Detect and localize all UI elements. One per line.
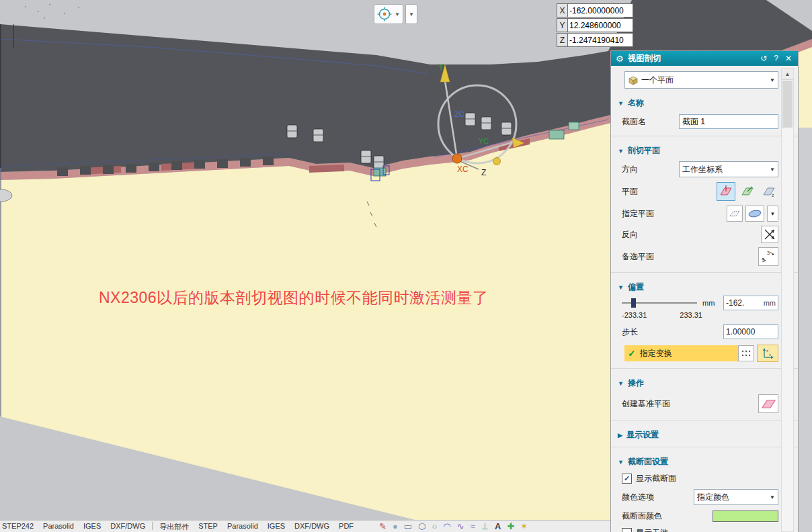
dialog-scrollbar[interactable]: ▲ [781, 68, 794, 532]
specify-transform-label: 指定变换 [640, 348, 672, 359]
divider [611, 272, 798, 273]
star-icon[interactable]: ✶ [520, 522, 528, 531]
section-name-row: 截面名 [611, 114, 798, 130]
plane-method-button[interactable] [745, 206, 764, 222]
text-icon[interactable]: A [495, 522, 501, 531]
check-icon: ✓ [628, 348, 636, 359]
operation-group-header[interactable]: ▼ 操作 [611, 378, 798, 389]
cross-section-group-header[interactable]: ▼ 截断面设置 [611, 456, 798, 468]
point-dialog-button[interactable] [738, 345, 754, 361]
scroll-up-arrow-icon[interactable]: ▲ [782, 69, 793, 80]
specify-plane-label: 指定平面 [622, 208, 654, 220]
coordinate-row-z: Z [557, 33, 633, 47]
plane-dialog-button[interactable] [727, 206, 743, 222]
section-type-dropdown[interactable]: 一个平面 ▼ [624, 71, 778, 89]
x-plane-button[interactable] [717, 182, 735, 201]
csys-dialog-button[interactable]: z x [757, 345, 778, 362]
cycle-planes-icon: 3 2 [760, 249, 776, 264]
bottom-item-parasolid[interactable]: Parasolid [43, 522, 74, 530]
nx-application-window: Y ZC YC XC Z NX2306以后的版本剖切视图的时候不能同时激活测量了… [0, 0, 812, 532]
specify-transform-button[interactable]: ✓ 指定变换 [624, 345, 738, 361]
rectangle-icon[interactable]: ▭ [404, 522, 412, 531]
scrollbar-thumb[interactable] [782, 81, 793, 128]
section-annotation-text: NX2306以后的版本剖切视图的时候不能同时激活测量了 [99, 287, 489, 308]
rotate-handle[interactable] [493, 158, 501, 165]
chevron-down-icon: ▼ [768, 494, 776, 500]
bottom-item-parasolid-2[interactable]: Parasolid [227, 522, 258, 530]
coordinate-row-y: Y [557, 18, 633, 32]
offset-value-field[interactable]: -162. mm [723, 296, 778, 310]
alternate-plane-button[interactable]: 3 2 [758, 247, 778, 266]
bottom-item-iges-2[interactable]: IGES [268, 522, 285, 530]
svg-text:3: 3 [767, 251, 770, 255]
plane-method-dropdown[interactable]: ▼ [767, 206, 778, 222]
check-icon: ✓ [624, 475, 630, 482]
show-cross-section-checkbox[interactable]: ✓ [622, 474, 632, 484]
dialog-title: 视图剖切 [628, 53, 756, 64]
sphere-icon[interactable]: ● [393, 522, 398, 531]
name-group-header[interactable]: ▼ 名称 [611, 97, 798, 109]
dialog-titlebar[interactable]: ⚙ 视图剖切 ↺ ? ✕ [611, 51, 798, 66]
view-toolbar-dropdown-button[interactable]: ▼ [405, 4, 417, 24]
create-datum-label: 创建基准平面 [622, 398, 670, 410]
orbit-tool-button[interactable]: ▼ [374, 4, 403, 24]
bottom-item-pdf[interactable]: PDF [339, 522, 354, 530]
origin-handle[interactable] [452, 154, 462, 163]
bottom-item-iges[interactable]: IGES [83, 522, 101, 530]
display-settings-header[interactable]: ▶ 显示设置 [611, 429, 798, 441]
toolbar-divider [152, 522, 153, 530]
sketch-icon[interactable]: ✎ [379, 522, 387, 531]
z-coordinate-label: Z [557, 33, 567, 47]
svg-text:z: z [766, 349, 768, 353]
show-interference-checkbox[interactable] [622, 528, 632, 532]
plus-icon[interactable]: ✚ [507, 522, 514, 531]
bottom-item-step242[interactable]: STEP242 [2, 522, 34, 530]
dialog-body: 一个平面 ▼ ▼ 名称 截面名 ▼ 剖切平面 方向 [611, 66, 798, 532]
close-icon[interactable]: ✕ [784, 54, 793, 63]
y-plane-button[interactable] [738, 182, 757, 201]
svg-text:z: z [772, 193, 774, 197]
reverse-arrows-icon [763, 228, 776, 241]
y-coordinate-input[interactable] [567, 18, 633, 32]
spline-icon[interactable]: ∿ [457, 522, 464, 531]
perpendicular-icon[interactable]: ⊥ [481, 522, 489, 531]
show-interference-label: 显示干涉 [636, 527, 668, 532]
csys-axes-icon: z x [760, 347, 775, 360]
plane-group-header[interactable]: ▼ 剖切平面 [611, 145, 798, 157]
bottom-item-dxfdwg-2[interactable]: DXF/DWG [294, 522, 329, 530]
reverse-direction-button[interactable] [761, 226, 778, 243]
right-edge-panel [797, 128, 812, 532]
z-coordinate-input[interactable] [567, 33, 633, 47]
help-icon[interactable]: ? [772, 54, 780, 63]
plane-group-title: 剖切平面 [628, 145, 660, 157]
section-color-swatch[interactable] [713, 511, 778, 522]
bottom-item-export-part[interactable]: 导出部件 [159, 522, 189, 532]
chevron-down-icon: ▼ [768, 77, 776, 83]
coordinate-row-x: X [557, 3, 633, 17]
bottom-item-step[interactable]: STEP [198, 522, 218, 530]
slider-handle[interactable] [631, 298, 636, 308]
offset-field-unit: mm [764, 299, 776, 307]
arc-icon[interactable]: ◠ [443, 522, 450, 531]
wave-icon[interactable]: ≈ [471, 522, 475, 531]
z-plane-button[interactable]: z [760, 182, 778, 201]
collapse-arrow-icon: ▼ [618, 380, 624, 387]
direction-dropdown[interactable]: 工作坐标系 ▼ [679, 161, 778, 177]
step-value: 1.00000 [726, 327, 755, 337]
polygon-icon[interactable]: ⬡ [418, 522, 425, 531]
offset-range-labels: -233.31 233.31 [622, 311, 702, 319]
section-name-input[interactable] [679, 114, 778, 129]
circle-icon[interactable]: ○ [432, 522, 437, 531]
create-datum-plane-button[interactable] [758, 394, 778, 413]
offset-min-label: -233.31 [622, 311, 647, 319]
x-coordinate-input[interactable] [567, 3, 633, 17]
x-coordinate-label: X [557, 3, 567, 17]
bottom-item-dxfdwg[interactable]: DXF/DWG [110, 522, 145, 530]
reverse-label: 反向 [622, 229, 638, 240]
offset-group-header[interactable]: ▼ 偏置 [611, 281, 798, 293]
cross-section-group-title: 截断面设置 [628, 456, 668, 468]
reset-icon[interactable]: ↺ [759, 54, 768, 63]
offset-slider[interactable] [622, 298, 697, 308]
color-option-dropdown[interactable]: 指定颜色 ▼ [694, 489, 778, 505]
step-value-field[interactable]: 1.00000 [723, 324, 778, 339]
